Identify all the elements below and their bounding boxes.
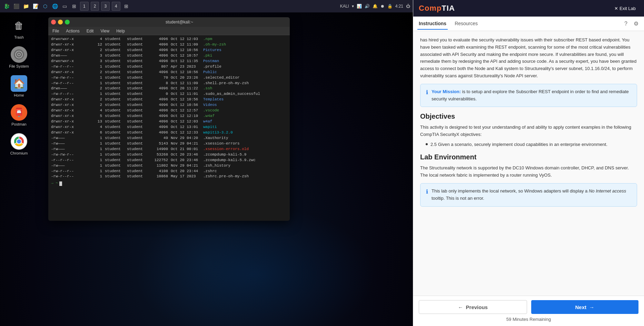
taskbar-record-icon[interactable]: ⏺: [380, 4, 385, 9]
prompt-cursor: [59, 181, 62, 186]
file-size: 14900: [149, 147, 168, 152]
desktop-icon-filesystem[interactable]: File System: [7, 46, 31, 68]
file-name: .pki: [203, 53, 212, 59]
terminal-body[interactable]: drwxrwxr-x 4 student student 4096 Oct 12…: [48, 35, 290, 221]
file-perm: drwxr-xr-x: [51, 130, 92, 136]
terminal-prompt[interactable]: → ~: [51, 181, 287, 186]
file-perm: drwx———: [51, 86, 92, 91]
desktop-icon-chromium[interactable]: Chromium: [7, 133, 31, 155]
objective-item-0: 2.5 Given a scenario, securely implement…: [426, 141, 637, 148]
file-date: Oct 21 00:01: [171, 147, 202, 152]
file-group: student: [127, 48, 148, 53]
file-size: 49: [149, 136, 168, 141]
taskbar-ws3-btn[interactable]: 3: [101, 2, 110, 11]
terminal-file-row: -rw——— 1 student student 5143 Nov 29 04:…: [51, 141, 287, 147]
file-user: student: [105, 64, 126, 70]
file-user: student: [105, 86, 126, 91]
taskbar-files-icon[interactable]: 📁: [22, 2, 30, 10]
file-perm: drwxr-xr-x: [51, 42, 92, 48]
previous-button[interactable]: ← Previous: [419, 300, 527, 314]
help-icon[interactable]: ?: [623, 19, 629, 28]
taskbar-browser-icon[interactable]: 🌐: [51, 2, 59, 10]
file-date: Oct 20 23:46: [171, 158, 202, 163]
chromium-label: Chromium: [10, 151, 28, 155]
taskbar-screen-icon[interactable]: ▭: [61, 2, 68, 10]
file-user: student: [105, 91, 126, 97]
taskbar: 🐉 ⬛ 📁 📝 ⬡ 🌐 ▭ ⊞ 1 2 3 4 ⊞ KALI ▾ 📊 🔊 🔔 ⏺…: [0, 0, 413, 12]
file-date: Oct 12 10:56: [171, 102, 202, 108]
svg-point-6: [17, 139, 21, 144]
info-icon: ℹ: [426, 188, 428, 202]
taskbar-ws2-btn[interactable]: 2: [91, 2, 99, 11]
file-group: student: [127, 81, 148, 86]
terminal-close-btn[interactable]: [51, 20, 56, 24]
home-icon: 🏠: [11, 75, 27, 92]
file-perm: drwxr-xr-x: [51, 125, 92, 130]
taskbar-volume-icon[interactable]: 🔊: [365, 4, 370, 9]
file-group: student: [127, 163, 148, 169]
file-perm: -rw———: [51, 136, 92, 141]
file-size: 4096: [149, 119, 168, 125]
taskbar-chevron[interactable]: ▾: [352, 4, 354, 9]
taskbar-kali-icon[interactable]: 🐉: [3, 2, 10, 10]
terminal-menu-help[interactable]: Help: [115, 28, 126, 34]
file-date: Nov 29 04:20: [171, 136, 202, 141]
intro-text: has hired you to evaluate the security v…: [420, 37, 637, 80]
next-arrow-icon: →: [589, 304, 594, 310]
file-name: .vscode: [203, 108, 219, 113]
info-box-text: This lab only implements the local netwo…: [432, 188, 631, 202]
taskbar-terminal-icon[interactable]: ⬛: [12, 2, 20, 10]
terminal-menu-edit[interactable]: Edit: [85, 28, 95, 34]
file-group: student: [127, 169, 148, 174]
file-size: 4096: [149, 48, 168, 53]
panel-tab-icons: ? ⚙: [623, 19, 640, 28]
file-user: student: [105, 169, 126, 174]
next-button[interactable]: Next →: [531, 300, 639, 314]
file-links: 2: [95, 97, 102, 102]
taskbar-distro-label: KALI: [340, 4, 349, 9]
terminal-menu-actions[interactable]: Actions: [65, 28, 81, 34]
terminal-minimize-btn[interactable]: [58, 20, 63, 24]
file-group: student: [127, 64, 148, 70]
file-date: May 17 2023: [171, 174, 202, 179]
terminal-menu-view[interactable]: View: [99, 28, 111, 34]
taskbar-add-ws-icon[interactable]: ⊞: [122, 2, 130, 10]
terminal-file-row: drwxr-xr-x 2 student student 4096 Oct 12…: [51, 70, 287, 75]
exit-lab-button[interactable]: ✕ Exit Lab: [612, 4, 638, 12]
file-links: 3: [95, 53, 102, 59]
taskbar-ws4-btn[interactable]: 4: [112, 2, 120, 11]
file-perm: drwxr-xr-x: [51, 70, 92, 75]
tab-instructions[interactable]: Instructions: [417, 18, 448, 30]
file-size: 11802: [149, 163, 168, 169]
file-date: Oct 20 23:46: [171, 152, 202, 158]
file-user: student: [105, 48, 126, 53]
desktop-icon-trash[interactable]: 🗑 Trash: [7, 17, 31, 39]
time-remaining: 59 Minutes Remaining: [419, 317, 638, 322]
info-box: ℹ This lab only implements the local net…: [420, 183, 637, 207]
desktop-icon-postman[interactable]: 📮 Postman: [7, 104, 31, 126]
file-group: student: [127, 70, 148, 75]
tab-resources[interactable]: Resources: [453, 18, 479, 30]
file-links: 1: [95, 147, 102, 152]
file-links: 2: [95, 48, 102, 53]
terminal-menu-file[interactable]: File: [51, 28, 60, 34]
desktop-icon-home[interactable]: 🏠 Home: [7, 75, 31, 97]
file-date: Oct 12 12:57: [171, 108, 202, 113]
taskbar-power-icon[interactable]: ⏻: [406, 4, 410, 9]
taskbar-text-icon[interactable]: 📝: [32, 2, 39, 10]
settings-icon[interactable]: ⚙: [632, 19, 640, 28]
taskbar-lock-icon[interactable]: 🔒: [387, 4, 393, 9]
file-group: student: [127, 97, 148, 102]
taskbar-notif-icon[interactable]: 🔔: [373, 4, 378, 9]
taskbar-code-icon[interactable]: ⬡: [41, 2, 49, 10]
file-name: Videos: [203, 102, 217, 108]
terminal-file-row: -rw——— 1 student student 14900 Oct 21 00…: [51, 147, 287, 152]
file-group: student: [127, 119, 148, 125]
terminal-maximize-btn[interactable]: [65, 20, 70, 24]
taskbar-expand-icon[interactable]: ⊞: [70, 2, 78, 10]
bullet-dot: [426, 143, 428, 145]
file-date: Oct 20 23:26: [171, 75, 202, 81]
file-group: student: [127, 91, 148, 97]
taskbar-ws1-btn[interactable]: 1: [80, 2, 89, 11]
file-name: .zcompdump-kali-5.9: [203, 152, 246, 158]
